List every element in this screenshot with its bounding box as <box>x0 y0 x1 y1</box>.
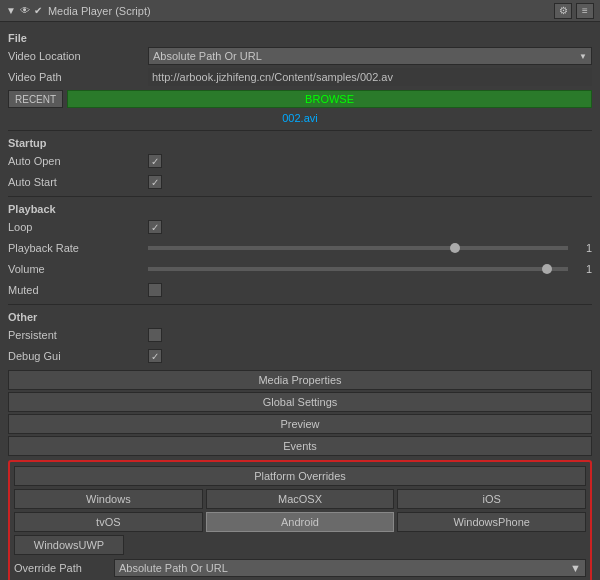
override-path-row: Override Path Absolute Path Or URL ▼ <box>14 558 586 578</box>
playback-rate-value: 1 <box>572 242 592 254</box>
checkbox-icon[interactable]: ✔ <box>34 5 42 16</box>
loop-label: Loop <box>8 221 148 233</box>
volume-label: Volume <box>8 263 148 275</box>
auto-open-label: Auto Open <box>8 155 148 167</box>
muted-checkbox[interactable] <box>148 283 162 297</box>
platform-windows[interactable]: Windows <box>14 489 203 509</box>
platform-macosx[interactable]: MacOSX <box>206 489 395 509</box>
video-path-label: Video Path <box>8 71 148 83</box>
persistent-checkbox[interactable] <box>148 328 162 342</box>
filename-display: 002.avi <box>8 112 592 124</box>
bottom-platform-row: WindowsUWP <box>14 535 586 555</box>
dropdown-arrow-icon: ▼ <box>579 52 587 61</box>
video-location-dropdown[interactable]: Absolute Path Or URL ▼ <box>148 47 592 65</box>
auto-start-label: Auto Start <box>8 176 148 188</box>
volume-thumb[interactable] <box>542 264 552 274</box>
platform-grid: Windows MacOSX iOS tvOS Android WindowsP… <box>14 489 586 532</box>
platform-overrides-section: Platform Overrides Windows MacOSX iOS tv… <box>8 460 592 580</box>
playback-rate-row: Playback Rate 1 <box>8 238 592 258</box>
volume-fill <box>148 267 547 271</box>
preview-button[interactable]: Preview <box>8 414 592 434</box>
platform-tvos[interactable]: tvOS <box>14 512 203 532</box>
menu-button[interactable]: ≡ <box>576 3 594 19</box>
divider-3 <box>8 304 592 305</box>
divider-2 <box>8 196 592 197</box>
override-path-label: Override Path <box>14 562 114 574</box>
title-bar: ▼ 👁 ✔ Media Player (Script) ⚙ ≡ <box>0 0 600 22</box>
playback-rate-label: Playback Rate <box>8 242 148 254</box>
platform-windowsuwp[interactable]: WindowsUWP <box>14 535 124 555</box>
video-path-row: Video Path <box>8 67 592 87</box>
settings-button[interactable]: ⚙ <box>554 3 572 19</box>
title-bar-actions: ⚙ ≡ <box>554 3 594 19</box>
auto-open-checkbox[interactable] <box>148 154 162 168</box>
video-path-input[interactable] <box>148 68 592 86</box>
browse-button[interactable]: BROWSE <box>67 90 592 108</box>
video-location-label: Video Location <box>8 50 148 62</box>
inspector-body: File Video Location Absolute Path Or URL… <box>0 22 600 580</box>
debug-gui-label: Debug Gui <box>8 350 148 362</box>
override-path-value: Absolute Path Or URL <box>119 562 228 574</box>
platform-ios[interactable]: iOS <box>397 489 586 509</box>
persistent-row: Persistent <box>8 325 592 345</box>
collapse-icon[interactable]: ▼ <box>6 5 16 16</box>
startup-section-header: Startup <box>8 137 592 149</box>
video-location-value: Absolute Path Or URL <box>153 50 262 62</box>
playback-section-header: Playback <box>8 203 592 215</box>
title-bar-icons: ▼ 👁 ✔ <box>6 5 42 16</box>
loop-checkbox[interactable] <box>148 220 162 234</box>
platform-windowsphone[interactable]: WindowsPhone <box>397 512 586 532</box>
video-location-row: Video Location Absolute Path Or URL ▼ <box>8 46 592 66</box>
auto-start-row: Auto Start <box>8 172 592 192</box>
muted-label: Muted <box>8 284 148 296</box>
recent-button[interactable]: RECENT <box>8 90 63 108</box>
playback-rate-fill <box>148 246 455 250</box>
loop-row: Loop <box>8 217 592 237</box>
playback-rate-track <box>148 246 568 250</box>
media-properties-button[interactable]: Media Properties <box>8 370 592 390</box>
platform-overrides-label: Platform Overrides <box>14 466 586 486</box>
browse-row: RECENT BROWSE <box>8 88 592 110</box>
platform-android[interactable]: Android <box>206 512 395 532</box>
file-section-header: File <box>8 32 592 44</box>
volume-track <box>148 267 568 271</box>
eye-icon[interactable]: 👁 <box>20 5 30 16</box>
auto-open-row: Auto Open <box>8 151 592 171</box>
volume-row: Volume 1 <box>8 259 592 279</box>
divider-1 <box>8 130 592 131</box>
override-path-dropdown[interactable]: Absolute Path Or URL ▼ <box>114 559 586 577</box>
other-section-header: Other <box>8 311 592 323</box>
volume-slider-container: 1 <box>148 263 592 275</box>
playback-rate-slider-container: 1 <box>148 242 592 254</box>
muted-row: Muted <box>8 280 592 300</box>
playback-rate-thumb[interactable] <box>450 243 460 253</box>
events-button[interactable]: Events <box>8 436 592 456</box>
volume-value: 1 <box>572 263 592 275</box>
persistent-label: Persistent <box>8 329 148 341</box>
global-settings-button[interactable]: Global Settings <box>8 392 592 412</box>
window-title: Media Player (Script) <box>48 5 554 17</box>
debug-gui-checkbox[interactable] <box>148 349 162 363</box>
debug-gui-row: Debug Gui <box>8 346 592 366</box>
auto-start-checkbox[interactable] <box>148 175 162 189</box>
override-path-arrow-icon: ▼ <box>570 562 581 574</box>
